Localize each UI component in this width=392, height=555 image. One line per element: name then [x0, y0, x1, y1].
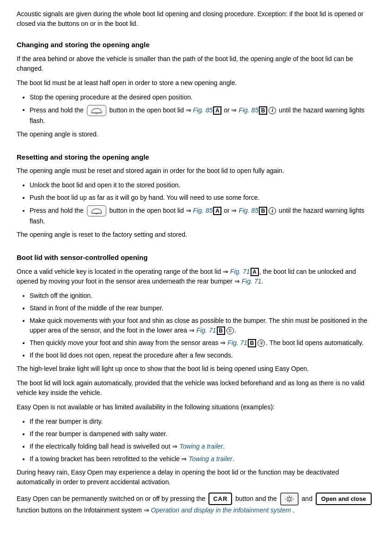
box-B: B — [259, 106, 267, 115]
section1-title: Changing and storing the opening angle — [17, 40, 375, 50]
box-B3: B — [217, 327, 225, 335]
section1: Changing and storing the opening angle I… — [17, 40, 375, 139]
svg-point-4 — [288, 497, 291, 500]
section2-closing: The opening angle is reset to the factor… — [17, 230, 375, 240]
section2-list: Unlock the boot lid and open it to the s… — [30, 180, 375, 226]
svg-point-1 — [95, 113, 98, 114]
para6-end: . — [293, 506, 294, 514]
bullet-text: button in the open boot lid ⇒ Fig. 85 — [110, 207, 213, 214]
car-button: CAR — [208, 493, 232, 506]
box-A3: A — [251, 268, 259, 276]
section3-title: Boot lid with sensor-controlled opening — [17, 253, 375, 263]
box-A2: A — [213, 207, 221, 215]
fig85b-ref: Fig. 85 — [239, 106, 258, 113]
list-item: Make quick movements with your foot and … — [30, 316, 375, 335]
section3-easy-open-list: If the rear bumper is dirty. If the rear… — [30, 417, 375, 464]
boot-lid-button2 — [87, 205, 106, 216]
section3-para4: Easy Open is not available or has limite… — [17, 402, 375, 412]
open-close-label: Open and close — [321, 494, 366, 504]
list-item: Push the boot lid up as far as it will g… — [30, 193, 375, 203]
para6-and-text: and — [302, 494, 314, 502]
box-A: A — [213, 106, 221, 115]
list-item: Switch off the ignition. — [30, 291, 375, 301]
list-item: Press and hold the button in the open bo… — [30, 205, 375, 226]
infotainment-link-label: Operation and display in the infotainmen… — [151, 506, 291, 514]
list-item: Then quickly move your foot and shin awa… — [30, 338, 375, 348]
infotainment-link[interactable]: Operation and display in the infotainmen… — [151, 506, 293, 514]
gear-svg — [284, 494, 295, 504]
para6-text1: Easy Open can be permanently switched on… — [17, 494, 207, 502]
bullet-text: If a towing bracket has been retrofitted… — [30, 455, 234, 462]
boot-button-icon2 — [90, 207, 103, 215]
bullet-text: or ⇒ Fig. 85 — [222, 207, 258, 214]
list-item: If a towing bracket has been retrofitted… — [30, 454, 375, 464]
section1-para2: The boot lid must be at least half open … — [17, 78, 375, 88]
section1-para1: If the area behind or above the vehicle … — [17, 54, 375, 74]
bullet-text: Make quick movements with your foot and … — [30, 317, 367, 334]
bullet-text: If the electrically folding ball head is… — [30, 443, 225, 450]
list-item: If the rear bumper is dirty. — [30, 417, 375, 426]
para1-text: Once a valid vehicle key is located in t… — [17, 268, 250, 275]
bullet-text: button in the open boot lid ⇒ Fig. 85 — [110, 106, 213, 113]
open-close-button: Open and close — [316, 493, 372, 506]
list-item: If the electrically folding ball head is… — [30, 442, 375, 451]
towing-link2[interactable]: Towing a trailer — [189, 455, 232, 462]
box-B2: B — [259, 207, 267, 215]
bullet-text: If the boot lid does not open, repeat th… — [30, 352, 233, 359]
bullet-text: If the rear bumper is dirty. — [30, 418, 103, 425]
list-item: If the rear bumper is dampened with salt… — [30, 429, 375, 439]
bullet-text: or ⇒ Fig. 85 — [222, 106, 258, 113]
bullet-text: Push the boot lid up as far as it will g… — [30, 194, 259, 201]
list-item: Unlock the boot lid and open it to the s… — [30, 180, 375, 190]
bullet-text: Unlock the boot lid and open it to the s… — [30, 181, 180, 189]
towing-link1[interactable]: Towing a trailer — [179, 443, 223, 450]
bullet-text: Stop the opening procedure at the desire… — [30, 93, 193, 101]
para6-button-text: button and the — [235, 494, 278, 502]
section3: Boot lid with sensor-controlled opening … — [17, 253, 375, 515]
boot-button-icon — [90, 106, 103, 115]
intro-text: Acoustic signals are given during the wh… — [17, 9, 375, 29]
section2-para1: The opening angle must be reset and stor… — [17, 166, 375, 176]
bullet-text: Switch off the ignition. — [30, 292, 92, 299]
bullet-text: . The boot lid opens automatically. — [266, 339, 363, 346]
section2-title: Resetting and storing the opening angle — [17, 152, 375, 163]
list-item: Stop the opening procedure at the desire… — [30, 92, 375, 102]
section3-list: Switch off the ignition. Stand in front … — [30, 291, 375, 360]
list-item: Press and hold the button in the open bo… — [30, 105, 375, 126]
fig85b-ref2: Fig. 85 — [239, 207, 258, 214]
bullet-text: Then quickly move your foot and shin awa… — [30, 339, 247, 346]
circle-1: ① — [227, 327, 234, 334]
fig71c-ref: Fig. 71 — [196, 327, 216, 334]
info-icon2: i — [269, 207, 276, 215]
section3-para3: The boot lid will lock again automatical… — [17, 378, 375, 398]
fig85a-ref2: Fig. 85 — [193, 207, 213, 214]
list-item: If the boot lid does not open, repeat th… — [30, 351, 375, 360]
gear-icon-button — [280, 493, 299, 506]
info-icon: i — [269, 107, 276, 114]
bullet-text: If the rear bumper is dampened with salt… — [30, 430, 167, 438]
fig71d-ref: Fig. 71 — [227, 339, 247, 346]
circle-2: ② — [257, 339, 265, 347]
car-label: CAR — [213, 494, 227, 504]
bullet-text: Press and hold the — [30, 207, 86, 214]
section3-para6: Easy Open can be permanently switched on… — [17, 493, 375, 515]
section3-para1: Once a valid vehicle key is located in t… — [17, 267, 375, 286]
section1-list: Stop the opening procedure at the desire… — [30, 92, 375, 126]
bullet-text: Press and hold the — [30, 106, 86, 113]
boot-lid-button — [87, 105, 106, 116]
section2: Resetting and storing the opening angle … — [17, 152, 375, 240]
box-B4: B — [248, 339, 256, 347]
fig71-ref: Fig. 71 — [230, 268, 250, 275]
para6-function-text: function buttons on the Infotainment sys… — [17, 506, 151, 514]
section3-para5: During heavy rain, Easy Open may experie… — [17, 468, 375, 487]
bullet-text: . — [235, 327, 237, 334]
fig85a-ref: Fig. 85 — [193, 106, 213, 113]
fig71b-ref: Fig. 71 — [242, 278, 262, 285]
list-item: Stand in front of the middle of the rear… — [30, 303, 375, 313]
section3-para2: The high-level brake light will light up… — [17, 364, 375, 374]
bullet-text: Stand in front of the middle of the rear… — [30, 304, 164, 312]
svg-point-3 — [95, 213, 98, 214]
section1-closing: The opening angle is stored. — [17, 130, 375, 139]
